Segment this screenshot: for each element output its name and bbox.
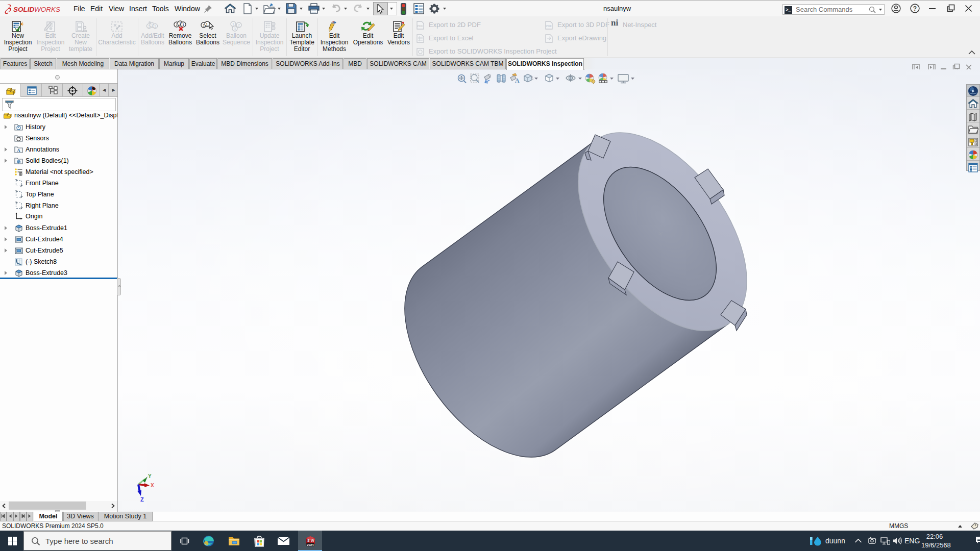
- svg-text:A: A: [17, 148, 20, 153]
- svg-text:2: 2: [238, 23, 240, 27]
- svg-text:WORKS: WORKS: [34, 6, 60, 13]
- svg-text:A: A: [515, 77, 520, 84]
- svg-text:2024: 2024: [307, 543, 314, 546]
- svg-text:1: 1: [151, 23, 153, 27]
- svg-text:PDF: PDF: [417, 24, 423, 28]
- svg-text:1: 1: [203, 23, 205, 28]
- svg-text:Z: Z: [140, 496, 144, 503]
- svg-text:Y: Y: [148, 473, 152, 479]
- svg-text:?: ?: [913, 5, 917, 12]
- svg-text:1: 1: [206, 22, 208, 27]
- svg-text:SOLID: SOLID: [13, 6, 35, 13]
- svg-text:S: S: [307, 539, 310, 542]
- svg-text:X: X: [151, 483, 154, 488]
- svg-text:1: 1: [154, 24, 156, 28]
- svg-text:PDF: PDF: [546, 24, 552, 28]
- svg-text:3: 3: [234, 27, 236, 31]
- svg-text:1: 1: [232, 22, 234, 26]
- svg-text:W: W: [311, 539, 314, 542]
- svg-text:1: 1: [176, 22, 178, 27]
- svg-text:1: 1: [179, 21, 181, 26]
- svg-text:1: 1: [182, 22, 184, 27]
- svg-text:1: 1: [148, 24, 150, 28]
